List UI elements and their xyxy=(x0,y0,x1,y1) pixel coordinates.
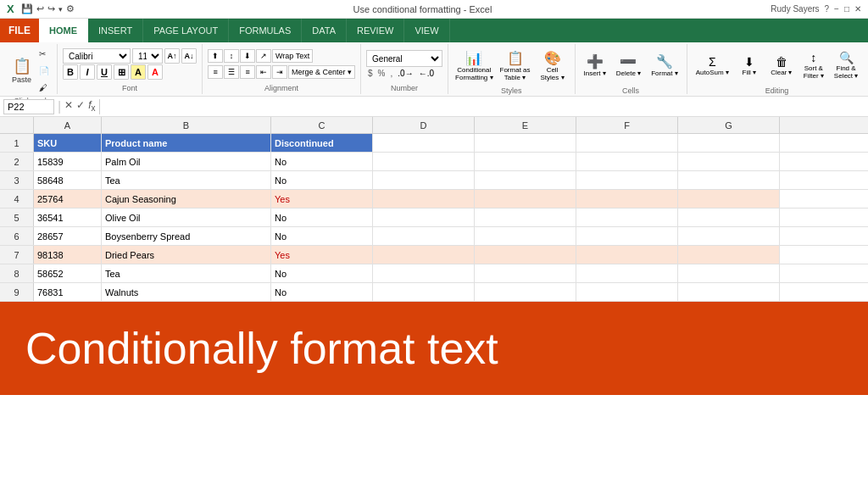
cell-sku[interactable]: 36541 xyxy=(34,209,102,226)
format-button[interactable]: 🔧 Format ▾ xyxy=(648,46,682,85)
increase-decimal-button[interactable]: .0→ xyxy=(396,69,415,78)
increase-indent-button[interactable]: ⇥ xyxy=(272,65,287,79)
cell-sku[interactable]: 25764 xyxy=(34,190,102,208)
cell-styles-button[interactable]: 🎨 CellStyles ▾ xyxy=(536,46,570,85)
cell-f7[interactable] xyxy=(576,246,678,264)
cell-product[interactable]: Cajun Seasoning xyxy=(102,190,271,208)
col-header-e[interactable]: E xyxy=(475,117,576,133)
row-number[interactable]: 7 xyxy=(0,246,34,264)
find-select-button[interactable]: 🔍 Find &Select ▾ xyxy=(831,46,861,85)
row-number[interactable]: 8 xyxy=(0,264,34,282)
tab-insert[interactable]: INSERT xyxy=(88,19,143,42)
cell-f8[interactable] xyxy=(576,264,678,282)
align-top-button[interactable]: ⬆ xyxy=(208,49,223,63)
cell-d9[interactable] xyxy=(373,283,475,301)
align-center-button[interactable]: ☰ xyxy=(224,65,239,79)
cell-e4[interactable] xyxy=(475,190,576,208)
tab-file[interactable]: FILE xyxy=(0,19,39,42)
cell-g9[interactable] xyxy=(678,283,780,301)
cell-product[interactable]: Boysenberry Spread xyxy=(102,227,271,245)
cell-g5[interactable] xyxy=(678,209,780,226)
row-number[interactable]: 3 xyxy=(0,171,34,189)
cell-e7[interactable] xyxy=(475,246,576,264)
cell-d7[interactable] xyxy=(373,246,475,264)
cell-f6[interactable] xyxy=(576,227,678,245)
cell-discontinued[interactable]: No xyxy=(271,227,373,245)
col-header-c[interactable]: C xyxy=(271,117,373,133)
sort-filter-button[interactable]: ↕ Sort &Filter ▾ xyxy=(798,46,829,85)
header-product-name[interactable]: Product name xyxy=(102,134,271,152)
cell-discontinued[interactable]: No xyxy=(271,264,373,282)
cell-f3[interactable] xyxy=(576,171,678,189)
cell-sku[interactable]: 15839 xyxy=(34,153,102,170)
header-sku[interactable]: SKU xyxy=(34,134,102,152)
bold-button[interactable]: B xyxy=(63,64,78,80)
cell-e9[interactable] xyxy=(475,283,576,301)
cell-sku[interactable]: 98138 xyxy=(34,246,102,264)
percent-button[interactable]: % xyxy=(376,69,387,78)
cell-product[interactable]: Tea xyxy=(102,264,271,282)
tab-view[interactable]: VIEW xyxy=(404,19,449,42)
cell-d3[interactable] xyxy=(373,171,475,189)
cell-e5[interactable] xyxy=(475,209,576,226)
cell-f4[interactable] xyxy=(576,190,678,208)
name-box[interactable] xyxy=(3,99,54,114)
cell-discontinued[interactable]: No xyxy=(271,283,373,301)
customize-icon[interactable]: ⚙ xyxy=(66,3,75,14)
cell-d5[interactable] xyxy=(373,209,475,226)
number-format-select[interactable]: General xyxy=(366,50,442,67)
align-middle-button[interactable]: ↕ xyxy=(224,49,239,63)
col-header-d[interactable]: D xyxy=(373,117,475,133)
font-shrink-button[interactable]: A↓ xyxy=(181,48,197,64)
cell-discontinued[interactable]: No xyxy=(271,171,373,189)
cell-f9[interactable] xyxy=(576,283,678,301)
header-discontinued[interactable]: Discontinued xyxy=(271,134,373,152)
text-angle-button[interactable]: ↗ xyxy=(256,49,271,63)
cell-g7[interactable] xyxy=(678,246,780,264)
cell-g8[interactable] xyxy=(678,264,780,282)
fill-color-button[interactable]: A xyxy=(131,64,146,80)
cell-f1[interactable] xyxy=(576,134,678,152)
cell-e8[interactable] xyxy=(475,264,576,282)
col-header-g[interactable]: G xyxy=(678,117,780,133)
cell-product[interactable]: Tea xyxy=(102,171,271,189)
format-painter-button[interactable]: 🖌 xyxy=(36,80,52,95)
maximize-btn[interactable]: □ xyxy=(844,4,849,14)
delete-button[interactable]: ➖ Delete ▾ xyxy=(613,46,644,85)
decrease-decimal-button[interactable]: ←.0 xyxy=(417,69,436,78)
cell-sku[interactable]: 58648 xyxy=(34,171,102,189)
wrap-text-button[interactable]: Wrap Text xyxy=(272,49,313,63)
cell-d8[interactable] xyxy=(373,264,475,282)
tab-review[interactable]: REVIEW xyxy=(347,19,404,42)
font-size-select[interactable]: 11 xyxy=(132,48,163,64)
cell-sku[interactable]: 76831 xyxy=(34,283,102,301)
cell-e2[interactable] xyxy=(475,153,576,170)
cut-button[interactable]: ✂ xyxy=(36,46,52,61)
tab-home[interactable]: HOME xyxy=(39,19,88,42)
cell-d4[interactable] xyxy=(373,190,475,208)
cell-g1[interactable] xyxy=(678,134,780,152)
cell-discontinued[interactable]: Yes xyxy=(271,190,373,208)
decrease-indent-button[interactable]: ⇤ xyxy=(256,65,271,79)
cell-e6[interactable] xyxy=(475,227,576,245)
cell-g4[interactable] xyxy=(678,190,780,208)
cell-f2[interactable] xyxy=(576,153,678,170)
row-number[interactable]: 5 xyxy=(0,209,34,226)
insert-button[interactable]: ➕ Insert ▾ xyxy=(581,46,609,85)
cell-product[interactable]: Dried Pears xyxy=(102,246,271,264)
clear-button[interactable]: 🗑 Clear ▾ xyxy=(766,46,797,85)
formula-input[interactable] xyxy=(99,99,865,114)
paste-button[interactable]: 📋 Paste xyxy=(8,51,35,90)
cell-g6[interactable] xyxy=(678,227,780,245)
cell-d2[interactable] xyxy=(373,153,475,170)
row-number[interactable]: 6 xyxy=(0,227,34,245)
help-btn[interactable]: ? xyxy=(825,4,830,14)
redo-icon[interactable]: ↪ xyxy=(47,3,55,14)
align-right-button[interactable]: ≡ xyxy=(240,65,255,79)
cell-g3[interactable] xyxy=(678,171,780,189)
italic-button[interactable]: I xyxy=(80,64,95,80)
cell-discontinued[interactable]: No xyxy=(271,209,373,226)
save-icon[interactable]: 💾 xyxy=(21,3,33,14)
align-bottom-button[interactable]: ⬇ xyxy=(240,49,255,63)
cell-d1[interactable] xyxy=(373,134,475,152)
